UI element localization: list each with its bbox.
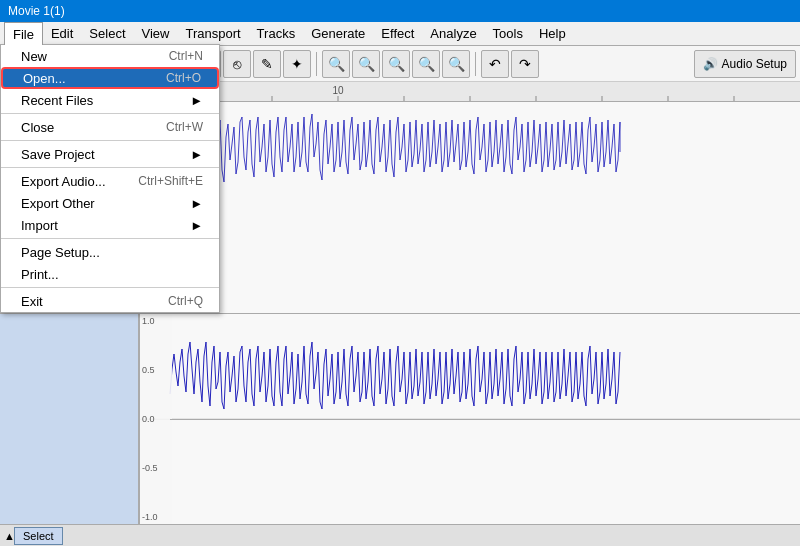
menu-export-other[interactable]: Export Other ► [1,192,219,214]
separator-4 [1,238,219,239]
zoom-toggle-button[interactable]: 🔍 [442,50,470,78]
y-axis-labels: 1.0 0.5 0.0 -0.5 -1.0 [140,314,172,525]
track-panel-2 [0,314,138,525]
waveform-track-2: 1.0 0.5 0.0 -0.5 -1.0 [140,314,800,525]
menu-item-view[interactable]: View [134,22,178,45]
menu-item-tools[interactable]: Tools [485,22,531,45]
menu-page-setup[interactable]: Page Setup... [1,241,219,263]
menu-close[interactable]: Close Ctrl+W [1,116,219,138]
menu-item-select[interactable]: Select [81,22,133,45]
ruler: 5 10 [140,82,800,101]
svg-text:10: 10 [332,85,344,96]
title-bar: Movie 1(1) [0,0,800,22]
menu-item-help[interactable]: Help [531,22,574,45]
menu-recent-files[interactable]: Recent Files ► [1,89,219,111]
menu-export-audio[interactable]: Export Audio... Ctrl+Shift+E [1,170,219,192]
zoom-fit-button[interactable]: 🔍 [412,50,440,78]
menu-print[interactable]: Print... [1,263,219,285]
undo-button[interactable]: ↶ [481,50,509,78]
waveform-area: 1.0 0.5 0.0 -0.5 -1.0 [140,102,800,524]
menu-open[interactable]: Open... Ctrl+O [1,67,219,89]
separator-2 [1,140,219,141]
zoom-in-button[interactable]: 🔍 [322,50,350,78]
menu-item-effect[interactable]: Effect [373,22,422,45]
audio-setup-button[interactable]: 🔊 Audio Setup [694,50,796,78]
waveform-track-1 [140,102,800,314]
redo-button[interactable]: ↷ [511,50,539,78]
menu-item-edit[interactable]: Edit [43,22,81,45]
menu-exit[interactable]: Exit Ctrl+Q [1,290,219,312]
menu-item-generate[interactable]: Generate [303,22,373,45]
separator-3 [1,167,219,168]
menu-item-file[interactable]: File [4,22,43,45]
menu-import[interactable]: Import ► [1,214,219,236]
zoom-out-button[interactable]: 🔍 [382,50,410,78]
app-title: Movie 1(1) [8,4,65,18]
file-dropdown-menu: New Ctrl+N Open... Ctrl+O Recent Files ►… [0,44,220,313]
speaker-icon: 🔊 [703,57,718,71]
separator-toolbar-2 [316,52,317,76]
menu-item-transport[interactable]: Transport [177,22,248,45]
menu-bar: File Edit Select View Transport Tracks G… [0,22,800,46]
status-bar: ▲ Select [0,524,800,546]
menu-new[interactable]: New Ctrl+N [1,45,219,67]
ruler-svg: 5 10 [140,82,800,101]
separator-toolbar-3 [475,52,476,76]
separator-1 [1,113,219,114]
pencil-tool-button[interactable]: ✎ [253,50,281,78]
waveform-svg-1 [140,102,800,313]
status-arrow[interactable]: ▲ [4,530,14,542]
multi-tool-button[interactable]: ✦ [283,50,311,78]
envelope-tool-button[interactable]: ⎋ [223,50,251,78]
menu-item-analyze[interactable]: Analyze [422,22,484,45]
zoom-normal-button[interactable]: 🔍 [352,50,380,78]
select-button[interactable]: Select [14,527,63,545]
menu-save-project[interactable]: Save Project ► [1,143,219,165]
separator-5 [1,287,219,288]
menu-item-tracks[interactable]: Tracks [249,22,304,45]
